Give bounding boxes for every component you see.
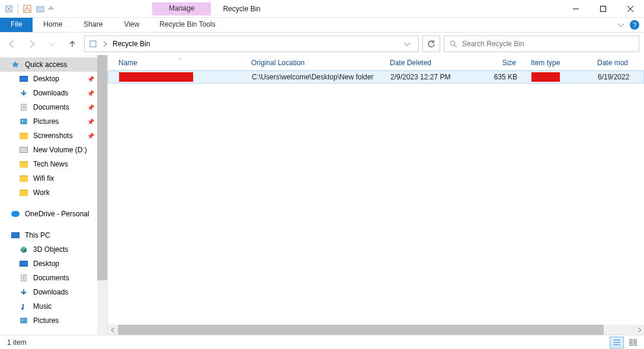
svg-rect-1 bbox=[24, 5, 31, 12]
tab-file[interactable]: File bbox=[0, 18, 33, 32]
sidebar-item-label: Desktop bbox=[33, 75, 59, 83]
documents-icon bbox=[19, 103, 28, 112]
column-size[interactable]: Size bbox=[480, 59, 526, 67]
sidebar-item-label: Screenshots bbox=[33, 132, 73, 140]
maximize-button[interactable] bbox=[589, 0, 617, 18]
search-box[interactable]: Search Recycle Bin bbox=[444, 36, 639, 52]
recycle-bin-icon[interactable] bbox=[4, 4, 14, 14]
svg-rect-13 bbox=[630, 340, 632, 342]
cell-date-modified: 6/19/2022 bbox=[593, 73, 643, 81]
column-name[interactable]: Name˄ bbox=[114, 59, 246, 67]
pin-icon: 📌 bbox=[87, 76, 94, 82]
svg-rect-14 bbox=[634, 340, 636, 342]
scroll-thumb[interactable] bbox=[118, 325, 604, 335]
cell-item-type bbox=[527, 72, 593, 82]
new-folder-icon[interactable] bbox=[35, 4, 46, 14]
explorer-window: Manage Recycle Bin File Home Share View … bbox=[0, 0, 644, 349]
details-view-button[interactable] bbox=[610, 337, 624, 348]
svg-point-8 bbox=[22, 120, 23, 121]
address-history-dropdown[interactable] bbox=[404, 41, 418, 47]
sidebar-item-screenshots[interactable]: Screenshots📌 bbox=[0, 129, 107, 143]
icons-view-button[interactable] bbox=[626, 337, 640, 348]
tab-recycle-bin-tools[interactable]: Recycle Bin Tools bbox=[152, 18, 223, 32]
status-bar: 1 item bbox=[0, 335, 644, 349]
tab-view[interactable]: View bbox=[113, 18, 150, 32]
recycle-bin-small-icon bbox=[88, 39, 98, 49]
tab-share[interactable]: Share bbox=[73, 18, 113, 32]
sidebar-item-tech-news[interactable]: Tech News bbox=[0, 157, 107, 171]
sidebar-item-pc-documents[interactable]: Documents bbox=[0, 271, 107, 285]
scroll-left-icon[interactable] bbox=[108, 325, 118, 335]
scroll-track[interactable] bbox=[118, 325, 634, 335]
sidebar-item-downloads[interactable]: Downloads📌 bbox=[0, 86, 107, 100]
help-icon[interactable]: ? bbox=[630, 20, 639, 30]
file-list[interactable]: C:\Users\welcome\Desktop\New folder 2/9/… bbox=[108, 71, 644, 325]
sidebar-item-label: This PC bbox=[25, 231, 50, 239]
sidebar-item-work[interactable]: Work bbox=[0, 185, 107, 200]
sidebar-quick-access[interactable]: Quick access bbox=[0, 57, 107, 72]
minimize-button[interactable] bbox=[562, 0, 589, 18]
sidebar-onedrive[interactable]: OneDrive - Personal bbox=[0, 207, 107, 221]
address-bar-row: Recycle Bin Search Recycle Bin bbox=[0, 33, 644, 55]
breadcrumb-label: Recycle Bin bbox=[113, 40, 150, 48]
sidebar-item-d-drive[interactable]: New Volume (D:) bbox=[0, 143, 107, 157]
ribbon-expand-icon[interactable] bbox=[618, 22, 626, 28]
breadcrumb-chevron-icon[interactable] bbox=[101, 41, 109, 47]
cell-date-deleted: 2/9/2023 12:27 PM bbox=[386, 73, 480, 81]
pictures-icon bbox=[19, 316, 28, 325]
sidebar-item-pc-downloads[interactable]: Downloads bbox=[0, 285, 107, 299]
properties-icon[interactable] bbox=[22, 4, 33, 14]
table-row[interactable]: C:\Users\welcome\Desktop\New folder 2/9/… bbox=[108, 71, 644, 84]
up-button[interactable] bbox=[64, 36, 81, 52]
sidebar-item-label: Pictures bbox=[33, 117, 59, 126]
pc-icon bbox=[11, 230, 20, 240]
sidebar-item-pc-pictures[interactable]: Pictures bbox=[0, 313, 107, 328]
forward-button[interactable] bbox=[24, 36, 40, 52]
svg-point-5 bbox=[450, 41, 455, 46]
content-area: Name˄ Original Location Date Deleted Siz… bbox=[108, 55, 644, 335]
horizontal-scrollbar[interactable] bbox=[108, 325, 644, 335]
ribbon-tabs: File Home Share View Recycle Bin Tools ? bbox=[0, 18, 644, 33]
sidebar-item-desktop[interactable]: Desktop📌 bbox=[0, 72, 107, 86]
title-bar: Manage Recycle Bin bbox=[0, 0, 644, 18]
back-button[interactable] bbox=[4, 36, 20, 52]
quick-access-toolbar bbox=[0, 4, 57, 14]
breadcrumb-root[interactable] bbox=[85, 39, 101, 49]
scroll-right-icon[interactable] bbox=[634, 325, 644, 335]
sidebar-item-label: 3D Objects bbox=[33, 245, 68, 254]
cell-size: 635 KB bbox=[480, 73, 527, 81]
body: Quick access Desktop📌 Downloads📌 Documen… bbox=[0, 55, 644, 335]
sidebar-item-label: OneDrive - Personal bbox=[25, 210, 89, 218]
recent-locations-dropdown[interactable] bbox=[44, 36, 60, 52]
tab-home[interactable]: Home bbox=[33, 18, 73, 32]
sidebar-item-music[interactable]: Music bbox=[0, 299, 107, 313]
qat-dropdown[interactable] bbox=[48, 7, 54, 11]
downloads-icon bbox=[19, 88, 28, 98]
svg-rect-11 bbox=[21, 318, 27, 323]
cell-original-location: C:\Users\welcome\Desktop\New folder bbox=[247, 73, 386, 81]
separator bbox=[18, 4, 18, 14]
sidebar-item-3d-objects[interactable]: 3D Objects bbox=[0, 242, 107, 257]
refresh-button[interactable] bbox=[422, 36, 440, 52]
sidebar-item-documents[interactable]: Documents📌 bbox=[0, 100, 107, 114]
context-tab-manage[interactable]: Manage bbox=[152, 2, 211, 15]
sort-indicator-icon: ˄ bbox=[178, 57, 181, 63]
svg-rect-3 bbox=[601, 6, 606, 11]
cloud-icon bbox=[11, 209, 20, 219]
sidebar-item-pc-desktop[interactable]: Desktop bbox=[0, 257, 107, 271]
address-bar[interactable]: Recycle Bin bbox=[84, 36, 419, 52]
sidebar-item-label: Wifi fix bbox=[33, 174, 54, 182]
column-date-modified[interactable]: Date mod bbox=[592, 59, 644, 67]
sidebar-this-pc[interactable]: This PC bbox=[0, 228, 107, 242]
3d-icon bbox=[19, 245, 28, 254]
sidebar-item-wifi-fix[interactable]: Wifi fix bbox=[0, 171, 107, 185]
sidebar-item-pictures[interactable]: Pictures📌 bbox=[0, 114, 107, 129]
column-item-type[interactable]: Item type bbox=[526, 59, 592, 67]
close-button[interactable] bbox=[617, 0, 644, 18]
pictures-icon bbox=[19, 117, 28, 126]
column-date-deleted[interactable]: Date Deleted bbox=[385, 59, 480, 67]
downloads-icon bbox=[19, 287, 28, 297]
breadcrumb-location[interactable]: Recycle Bin bbox=[109, 40, 153, 48]
nav-scroll-thumb[interactable] bbox=[97, 55, 107, 280]
column-original-location[interactable]: Original Location bbox=[246, 59, 385, 67]
